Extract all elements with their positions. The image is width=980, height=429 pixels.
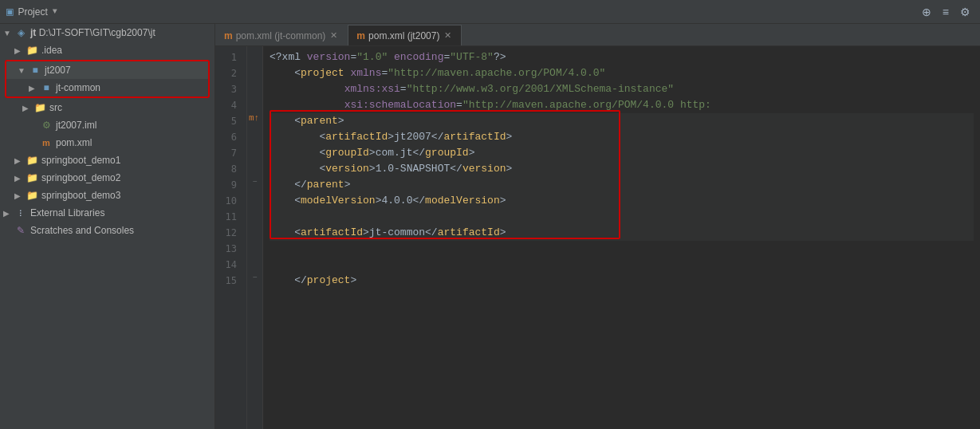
sidebar-item-root[interactable]: ▼ ◈ jt D:\JT-SOFT\GIT\cgb2007\jt bbox=[0, 24, 214, 41]
code-line-7: <groupId>com.jt</groupId> bbox=[270, 145, 974, 161]
code-line-15: </project> bbox=[270, 273, 974, 289]
tree-arrow-jt2007: ▼ bbox=[18, 66, 26, 75]
code-line-12: <artifactId>jt-common</artifactId> bbox=[270, 225, 974, 241]
module-icon-jt-common: ■ bbox=[40, 81, 53, 94]
line-num-3: 3 bbox=[222, 81, 240, 97]
highlight-box-jt2007: ▼ ■ jt2007 ▶ ■ jt-common bbox=[5, 60, 210, 98]
sidebar-label-src: src bbox=[49, 102, 62, 113]
layout-icon[interactable]: ≡ bbox=[939, 5, 952, 19]
code-line-3: xmlns:xsi="http://www.w3.org/2001/XMLSch… bbox=[270, 81, 974, 97]
main-layout: ▼ ◈ jt D:\JT-SOFT\GIT\cgb2007\jt ▶ 📁 .id… bbox=[0, 24, 980, 429]
iml-icon: ⚙ bbox=[40, 119, 53, 132]
gutter-11 bbox=[247, 206, 262, 222]
code-line-9: </parent> bbox=[270, 177, 974, 193]
sidebar-item-pomxml[interactable]: m pom.xml bbox=[0, 134, 214, 152]
sidebar-item-sb2[interactable]: ▶ 📁 springboot_demo2 bbox=[0, 169, 214, 187]
gutter-12 bbox=[247, 222, 262, 238]
sidebar-label-root: jt D:\JT-SOFT\GIT\cgb2007\jt bbox=[30, 27, 155, 38]
code-line-1: <?xml version="1.0" encoding="UTF-8"?> bbox=[270, 49, 974, 65]
sidebar-label-jt2007iml: jt2007.iml bbox=[56, 120, 96, 131]
gutter-7 bbox=[247, 142, 262, 158]
sidebar-label-sb1: springboot_demo1 bbox=[41, 155, 120, 166]
settings-icon[interactable]: ⚙ bbox=[957, 5, 974, 19]
folder-icon-src: 📁 bbox=[33, 101, 46, 114]
project-icon: ▣ bbox=[6, 5, 13, 18]
modified-indicator: m↑ bbox=[249, 113, 259, 123]
tree-arrow-sb2: ▶ bbox=[14, 174, 22, 183]
gutter-15: − bbox=[247, 270, 262, 285]
xml-icon-pom: m bbox=[40, 136, 53, 149]
sidebar-item-jt2007iml[interactable]: ⚙ jt2007.iml bbox=[0, 116, 214, 134]
line-num-13: 13 bbox=[222, 241, 240, 257]
code-line-4: xsi:schemaLocation="http://maven.apache.… bbox=[270, 97, 974, 113]
tree-arrow-idea: ▶ bbox=[14, 46, 22, 55]
sidebar-label-pomxml: pom.xml bbox=[56, 137, 92, 148]
line-num-15: 15 bbox=[222, 273, 240, 289]
code-line-8: <version>1.0-SNAPSHOT</version> bbox=[270, 161, 974, 177]
tab-close-1[interactable]: ✕ bbox=[329, 30, 339, 41]
sidebar-item-extlib[interactable]: ▶ ⫶ External Libraries bbox=[0, 204, 214, 222]
top-bar-dropdown-arrow[interactable]: ▼ bbox=[53, 7, 57, 16]
fold-indicator[interactable]: − bbox=[252, 178, 257, 187]
line-num-1: 1 bbox=[222, 49, 240, 65]
tab-label-2: pom.xml (jt2007) bbox=[368, 30, 439, 41]
sidebar-label-sb2: springboot_demo2 bbox=[41, 172, 120, 183]
sidebar-item-jt2007[interactable]: ▼ ■ jt2007 bbox=[6, 61, 208, 79]
sidebar-label-scratches: Scratches and Consoles bbox=[30, 225, 134, 236]
sidebar-label-sb3: springboot_demo3 bbox=[41, 190, 120, 201]
code-line-6: <artifactId>jt2007</artifactId> bbox=[270, 129, 974, 145]
top-bar: ▣ Project ▼ ⊕ ≡ ⚙ bbox=[0, 0, 980, 24]
gutter-14 bbox=[247, 254, 262, 270]
gutter-2 bbox=[247, 62, 262, 78]
code-line-2: <project xmlns="http://maven.apache.org/… bbox=[270, 65, 974, 81]
tab-bar: m pom.xml (jt-common) ✕ m pom.xml (jt200… bbox=[215, 24, 980, 46]
tab-pom-jt2007[interactable]: m pom.xml (jt2007) ✕ bbox=[348, 25, 462, 45]
top-bar-title: Project bbox=[18, 6, 47, 18]
tree-arrow-src: ▶ bbox=[22, 104, 30, 112]
gutter-8 bbox=[247, 158, 262, 174]
code-editor[interactable]: 1 2 3 4 5 6 7 8 9 10 11 12 13 14 15 bbox=[215, 46, 980, 429]
code-content[interactable]: <?xml version="1.0" encoding="UTF-8"?> <… bbox=[263, 46, 980, 429]
add-icon[interactable]: ⊕ bbox=[919, 5, 935, 19]
gutter-6 bbox=[247, 126, 262, 142]
gutter-4 bbox=[247, 94, 262, 110]
code-line-13 bbox=[270, 241, 974, 257]
sidebar-item-idea[interactable]: ▶ 📁 .idea bbox=[0, 41, 214, 59]
folder-icon-sb3: 📁 bbox=[26, 189, 38, 202]
libraries-icon: ⫶ bbox=[14, 207, 27, 219]
module-icon-jt2007: ■ bbox=[29, 64, 41, 77]
line-num-10: 10 bbox=[222, 193, 240, 209]
fold-indicator-15[interactable]: − bbox=[252, 274, 257, 282]
tree-arrow-sb1: ▶ bbox=[14, 156, 22, 165]
line-num-6: 6 bbox=[222, 129, 240, 145]
tab-label-1: pom.xml (jt-common) bbox=[236, 30, 326, 41]
tab-close-2[interactable]: ✕ bbox=[443, 30, 453, 41]
sidebar-item-sb1[interactable]: ▶ 📁 springboot_demo1 bbox=[0, 152, 214, 169]
sidebar-item-sb3[interactable]: ▶ 📁 springboot_demo3 bbox=[0, 187, 214, 204]
folder-icon-idea: 📁 bbox=[26, 44, 38, 57]
line-num-14: 14 bbox=[222, 257, 240, 273]
sidebar-item-src[interactable]: ▶ 📁 src bbox=[0, 99, 214, 116]
sidebar-label-jt-common: jt-common bbox=[56, 82, 100, 93]
sidebar-label-jt2007: jt2007 bbox=[45, 65, 71, 76]
folder-icon-sb2: 📁 bbox=[26, 171, 38, 184]
code-line-10: <modelVersion>4.0.0</modelVersion> bbox=[270, 193, 974, 209]
line-num-5: 5 bbox=[222, 113, 240, 129]
gutter-10 bbox=[247, 190, 262, 206]
gutter-5: m↑ bbox=[247, 110, 262, 126]
line-num-12: 12 bbox=[222, 225, 240, 241]
tab-pom-jt-common[interactable]: m pom.xml (jt-common) ✕ bbox=[215, 25, 348, 45]
editor-area: m pom.xml (jt-common) ✕ m pom.xml (jt200… bbox=[215, 24, 980, 429]
sidebar-item-jt-common[interactable]: ▶ ■ jt-common bbox=[6, 79, 208, 96]
code-line-14 bbox=[270, 257, 974, 273]
folder-icon-sb1: 📁 bbox=[26, 154, 38, 167]
tree-arrow-jt-common: ▶ bbox=[29, 84, 37, 92]
tab-icon-2: m bbox=[356, 30, 365, 41]
sidebar: ▼ ◈ jt D:\JT-SOFT\GIT\cgb2007\jt ▶ 📁 .id… bbox=[0, 24, 215, 429]
line-num-7: 7 bbox=[222, 145, 240, 161]
sidebar-item-scratches[interactable]: ✎ Scratches and Consoles bbox=[0, 222, 214, 239]
line-num-4: 4 bbox=[222, 97, 240, 113]
tree-arrow-root: ▼ bbox=[3, 29, 11, 37]
line-num-8: 8 bbox=[222, 161, 240, 177]
tab-icon-1: m bbox=[224, 30, 233, 41]
